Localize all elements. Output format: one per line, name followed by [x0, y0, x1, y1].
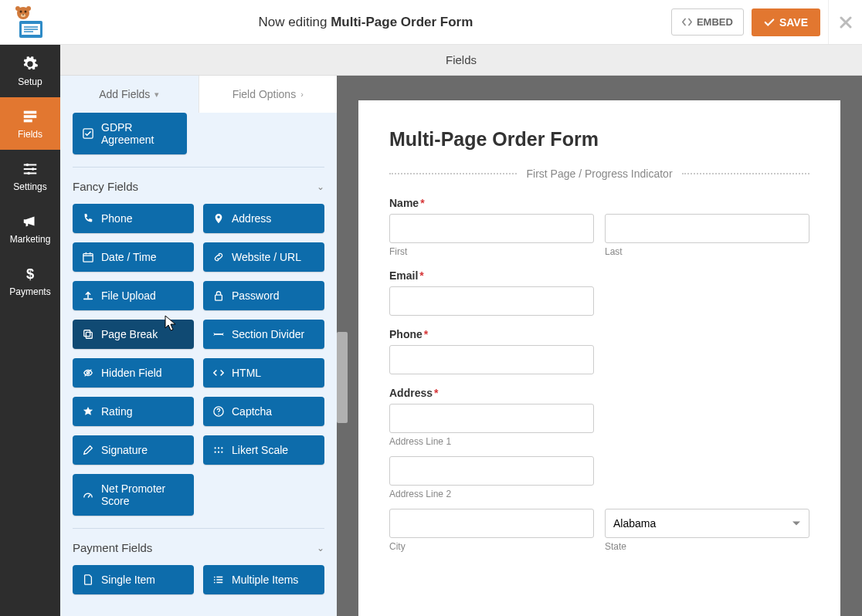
left-nav: Setup Fields Settings Marketing $ Paymen… — [0, 45, 60, 616]
calendar-icon — [83, 252, 93, 262]
save-button[interactable]: SAVE — [752, 8, 820, 36]
form-icon — [22, 108, 39, 125]
field-multiple-items[interactable]: Multiple Items — [203, 565, 324, 594]
input-city[interactable] — [389, 509, 594, 538]
fields-panel: Add Fields ▾ Field Options › GDPR Agreem… — [60, 76, 337, 616]
label-name: Name* — [389, 197, 809, 209]
svg-point-44 — [214, 582, 216, 584]
lock-icon — [213, 290, 224, 301]
tab-add-fields[interactable]: Add Fields ▾ — [60, 76, 199, 113]
phone-icon — [83, 213, 93, 224]
embed-button[interactable]: EMBED — [671, 8, 744, 36]
nav-settings[interactable]: Settings — [0, 150, 60, 202]
sublabel-line2: Address Line 2 — [389, 489, 594, 499]
pencil-icon — [83, 445, 93, 455]
input-phone[interactable] — [389, 345, 594, 374]
svg-point-17 — [27, 171, 30, 174]
form-title: Multi-Page Order Form — [389, 128, 809, 151]
svg-point-32 — [214, 447, 216, 448]
field-net-promoter-score[interactable]: Net Promoter Score — [73, 474, 194, 516]
field-phone: Phone* — [389, 328, 809, 374]
preview-area: Multi-Page Order Form First Page / Progr… — [337, 76, 862, 616]
field-rating[interactable]: Rating — [73, 397, 194, 426]
svg-point-34 — [221, 447, 222, 448]
input-address-line1[interactable] — [389, 404, 594, 433]
nav-fields[interactable]: Fields — [0, 97, 60, 150]
svg-point-15 — [26, 163, 29, 166]
chevron-down-icon: ▾ — [154, 90, 159, 100]
form-preview[interactable]: Multi-Page Order Form First Page / Progr… — [358, 100, 840, 616]
svg-rect-13 — [24, 115, 37, 118]
fields-header: Fields — [60, 45, 862, 76]
star-icon — [83, 406, 93, 417]
dots-icon — [213, 445, 224, 455]
field-password[interactable]: Password — [203, 281, 324, 310]
svg-point-43 — [214, 579, 216, 580]
gauge-icon — [83, 489, 93, 500]
field-single-item[interactable]: Single Item — [73, 565, 194, 594]
header-title: Now editing Multi-Page Order Form — [60, 15, 671, 30]
input-first-name[interactable] — [389, 214, 594, 243]
svg-rect-20 — [83, 254, 93, 262]
field-phone[interactable]: Phone — [73, 204, 194, 233]
copy-icon — [83, 329, 93, 340]
field-page-break[interactable]: Page Break — [73, 320, 194, 349]
svg-point-37 — [221, 451, 222, 452]
field-likert-scale[interactable]: Likert Scale — [203, 435, 324, 465]
chevron-down-icon: ⌄ — [317, 543, 324, 553]
field-hidden-field[interactable]: Hidden Field — [73, 358, 194, 388]
svg-point-42 — [214, 577, 216, 578]
label-address: Address* — [389, 387, 809, 399]
gear-icon — [22, 56, 39, 73]
list-icon — [213, 574, 224, 585]
svg-point-31 — [218, 414, 219, 415]
code-icon — [682, 17, 692, 27]
svg-rect-14 — [24, 119, 32, 122]
pin-icon — [213, 213, 224, 224]
chevron-down-icon: ⌄ — [317, 181, 324, 192]
field-section-divider[interactable]: Section Divider — [203, 320, 324, 349]
hr-icon — [213, 329, 224, 340]
section-payment-fields[interactable]: Payment Fields ⌄ — [73, 528, 324, 565]
chevron-right-icon: › — [300, 90, 304, 99]
input-last-name[interactable] — [605, 214, 809, 243]
nav-setup[interactable]: Setup — [0, 45, 60, 97]
svg-point-2 — [25, 10, 27, 12]
progress-indicator: First Page / Progress Indicator — [389, 168, 809, 180]
file-icon — [83, 574, 93, 585]
svg-text:$: $ — [26, 266, 34, 282]
sublabel-state: State — [605, 541, 809, 552]
section-fancy-fields[interactable]: Fancy Fields ⌄ — [73, 167, 324, 204]
field-html[interactable]: HTML — [203, 358, 324, 388]
nav-payments[interactable]: $ Payments — [0, 255, 60, 307]
field-website-url[interactable]: Website / URL — [203, 242, 324, 272]
preview-scrollbar[interactable] — [337, 332, 348, 423]
svg-rect-26 — [86, 332, 92, 338]
link-icon — [213, 252, 224, 262]
svg-point-33 — [218, 447, 219, 448]
input-address-line2[interactable] — [389, 456, 594, 486]
app-logo — [0, 5, 60, 39]
svg-rect-25 — [84, 330, 90, 337]
field-date-time[interactable]: Date / Time — [73, 242, 194, 272]
tab-field-options[interactable]: Field Options › — [199, 76, 338, 113]
field-signature[interactable]: Signature — [73, 435, 194, 465]
question-icon — [213, 406, 224, 417]
nav-marketing[interactable]: Marketing — [0, 202, 60, 255]
field-address[interactable]: Address — [203, 204, 324, 233]
code-icon — [213, 367, 224, 378]
upload-icon — [83, 290, 93, 301]
check-icon — [764, 17, 775, 28]
svg-point-16 — [32, 168, 35, 171]
field-address: Address* Address Line 1 Address Line 2 C… — [389, 387, 809, 552]
close-button[interactable] — [828, 0, 862, 44]
svg-rect-24 — [216, 295, 222, 300]
check-square-icon — [83, 128, 93, 139]
field-captcha[interactable]: Captcha — [203, 397, 324, 426]
select-state[interactable] — [605, 509, 809, 538]
input-email[interactable] — [389, 286, 594, 316]
field-file-upload[interactable]: File Upload — [73, 281, 194, 310]
svg-point-36 — [218, 451, 219, 452]
field-gdpr-agreement[interactable]: GDPR Agreement — [73, 113, 187, 154]
svg-point-4 — [22, 14, 24, 15]
